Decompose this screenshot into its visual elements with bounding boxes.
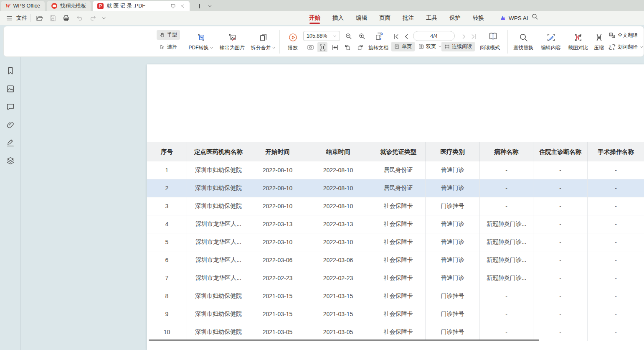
quickbar-chevron-icon[interactable] — [101, 15, 106, 21]
compress-label: 压缩 — [594, 44, 604, 51]
select-tool-button[interactable]: 选择 — [157, 42, 180, 52]
close-tab-icon[interactable] — [180, 3, 185, 9]
single-page-button[interactable]: 单页 — [391, 42, 415, 51]
rotate-right-button[interactable] — [355, 42, 365, 52]
double-page-button[interactable]: 双页 — [416, 42, 445, 51]
menu-item-保护[interactable]: 保护 — [449, 11, 461, 25]
window-tab-bar: W WPS Office 找稻壳模板 P 就 医 记 录 .PDF — [0, 0, 644, 11]
table-cell: 2022-03-13 — [250, 215, 305, 233]
edit-content-label: 编辑内容 — [541, 44, 561, 51]
rotate-left-button[interactable] — [342, 42, 352, 52]
menu-item-编辑[interactable]: 编辑 — [356, 11, 367, 25]
menu-bar: 文件 开始插入编辑页面批注工具保护转换 WPS AI — [0, 11, 644, 25]
rotate-pages-button[interactable] — [373, 30, 385, 42]
screenshot-compare-button[interactable]: 截图对比 — [565, 30, 591, 54]
comments-panel-button[interactable] — [6, 102, 15, 111]
signature-panel-button[interactable] — [6, 138, 15, 147]
table-cell: - — [588, 269, 644, 287]
rotate-pages-icon — [374, 31, 384, 41]
table-row[interactable]: 10深圳市妇幼保健院2021-03-052021-03-05社会保障卡门诊挂号-… — [147, 323, 644, 341]
attachments-panel-button[interactable] — [6, 120, 15, 129]
pdf-file-icon: P — [97, 3, 104, 9]
zoom-level-dropdown[interactable]: 105.88% — [303, 31, 340, 41]
table-row[interactable]: 2深圳市妇幼保健院2022-08-102022-08-10居民身份证普通门诊--… — [147, 179, 644, 197]
menu-search-button[interactable] — [531, 13, 538, 20]
wps-ai-menu[interactable]: WPS AI — [499, 11, 528, 25]
table-row[interactable]: 9深圳市妇幼保健院2021-03-152021-03-15社会保障卡门诊挂号--… — [147, 305, 644, 323]
menu-item-转换[interactable]: 转换 — [473, 11, 484, 25]
full-translate-button[interactable]: A字 全文翻译 — [609, 32, 638, 39]
last-page-button[interactable] — [469, 31, 478, 41]
edit-content-button[interactable]: 编辑内容 — [538, 30, 564, 54]
table-cell: - — [588, 233, 644, 251]
table-row[interactable]: 5深圳市龙华区人...2022-03-102022-03-10社会保障卡普通门诊… — [147, 233, 644, 251]
table-row[interactable]: 3深圳市妇幼保健院2022-08-102022-08-10社会保障卡门诊挂号--… — [147, 197, 644, 215]
print-button[interactable] — [61, 13, 71, 23]
pdf-convert-button[interactable]: PDF转换 — [186, 30, 216, 54]
pdf-page[interactable]: 序号定点医药机构名称开始时间结束时间就诊凭证类型医疗类别病种名称住院主诊断名称手… — [147, 64, 644, 350]
table-row[interactable]: 8深圳市妇幼保健院2021-03-152021-03-15社会保障卡门诊挂号--… — [147, 287, 644, 305]
tab-wps-office[interactable]: W WPS Office — [1, 1, 45, 11]
tab-docer-templates[interactable]: 找稻壳模板 — [47, 1, 91, 11]
redo-button[interactable] — [88, 13, 98, 23]
table-cell: 2022-03-06 — [250, 251, 305, 269]
actual-size-button[interactable] — [305, 42, 315, 52]
menu-item-开始[interactable]: 开始 — [309, 11, 320, 25]
double-page-icon — [418, 44, 424, 49]
split-merge-button[interactable]: 拆分合并 — [248, 30, 278, 54]
menu-item-插入[interactable]: 插入 — [332, 11, 344, 25]
continuous-read-button[interactable]: 连续阅读 — [441, 42, 475, 51]
play-button[interactable]: 播放 — [281, 30, 304, 54]
table-cell: 普通门诊 — [426, 215, 480, 233]
bookmark-panel-button[interactable] — [6, 66, 15, 75]
menu-item-工具[interactable]: 工具 — [426, 11, 437, 25]
table-cell: - — [533, 179, 588, 197]
thumbnail-panel-button[interactable] — [6, 84, 15, 93]
redo-icon — [89, 15, 96, 22]
new-tab-icon[interactable] — [196, 3, 203, 10]
table-row[interactable]: 6深圳市龙华区人...2022-03-062022-03-06社会保障卡普通门诊… — [147, 251, 644, 269]
previous-page-button[interactable] — [402, 31, 411, 41]
table-row[interactable]: 4深圳市龙华区人...2022-03-132022-03-13社会保障卡普通门诊… — [147, 215, 644, 233]
read-mode-button[interactable] — [487, 30, 499, 42]
one-to-one-icon — [307, 44, 314, 51]
find-replace-button[interactable]: 查找替换 — [510, 30, 537, 54]
export-image-button[interactable]: 输出为图片 — [216, 30, 248, 54]
undo-button[interactable] — [74, 13, 84, 23]
fit-width-button[interactable] — [330, 42, 340, 52]
table-cell: - — [588, 215, 644, 233]
hamburger-icon[interactable] — [6, 15, 13, 22]
next-page-button[interactable] — [459, 31, 468, 41]
play-label: 播放 — [288, 44, 298, 51]
hand-tool-button[interactable]: 手型 — [157, 30, 180, 40]
zoom-out-button[interactable] — [343, 31, 353, 41]
column-header: 住院主诊断名称 — [533, 142, 588, 161]
table-bottom-scrollbar[interactable] — [149, 340, 539, 341]
monitor-icon[interactable] — [170, 3, 176, 9]
table-cell: - — [533, 215, 588, 233]
screenshot-compare-icon — [573, 33, 583, 42]
file-menu[interactable]: 文件 — [16, 14, 27, 22]
layers-panel-button[interactable] — [6, 156, 15, 165]
fit-page-button[interactable] — [317, 42, 327, 52]
first-page-button[interactable] — [391, 31, 401, 41]
double-page-label: 双页 — [426, 43, 436, 50]
table-cell: 2021-03-15 — [305, 305, 371, 323]
word-translate-button[interactable]: 文A 划词翻译 — [609, 43, 644, 51]
zoom-in-button[interactable] — [357, 31, 367, 41]
table-cell: 5 — [147, 233, 187, 251]
menu-item-批注[interactable]: 批注 — [403, 11, 414, 25]
open-file-button[interactable] — [34, 13, 44, 23]
menu-item-页面[interactable]: 页面 — [379, 11, 390, 25]
play-icon — [288, 33, 298, 42]
table-row[interactable]: 7深圳市龙华区人...2022-02-232022-02-23社会保障卡普通门诊… — [147, 269, 644, 287]
tab-list-chevron-icon[interactable] — [207, 3, 213, 9]
chevron-down-icon — [210, 46, 213, 50]
table-cell: 深圳市龙华区人... — [187, 251, 250, 269]
table-row[interactable]: 1深圳市妇幼保健院2022-08-102022-08-10居民身份证普通门诊--… — [147, 161, 644, 179]
compress-button[interactable]: 压缩 — [590, 30, 608, 54]
page-indicator-input[interactable]: 4/4 — [413, 31, 455, 41]
table-cell: 2022-08-10 — [305, 179, 371, 197]
save-button[interactable] — [48, 13, 58, 23]
tab-document-pdf[interactable]: P 就 医 记 录 .PDF — [93, 1, 190, 11]
